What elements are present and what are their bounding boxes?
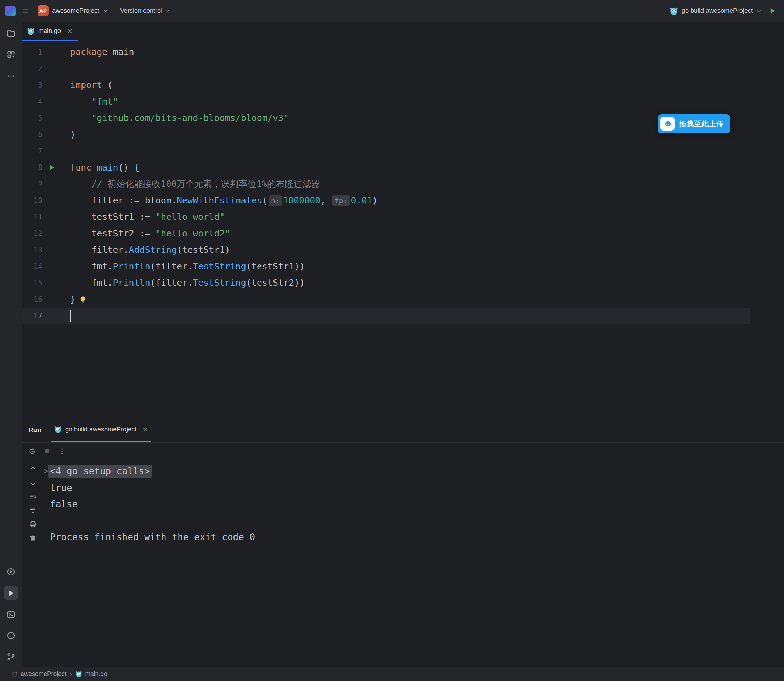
code-line[interactable]: 13 filter.AddString(testStr1): [22, 242, 750, 258]
gutter-space: [43, 308, 70, 325]
line-number: 3: [22, 77, 43, 93]
code-line[interactable]: 4 "fmt": [22, 93, 750, 110]
console-text: true: [50, 483, 72, 493]
run-config-selector[interactable]: go build awesomeProject: [670, 7, 762, 15]
editor-tab-bar: main.go ×: [22, 22, 784, 41]
clear-console-icon[interactable]: [29, 534, 37, 542]
sidebar-item-terminal[interactable]: [4, 607, 18, 621]
next-occurrence-icon[interactable]: [29, 479, 37, 487]
print-icon[interactable]: [29, 520, 37, 528]
stop-icon: [43, 447, 51, 456]
right-margin-guide: [750, 42, 750, 417]
console-body: ><4 go setup calls>truefalseProcess fini…: [22, 460, 784, 667]
vcs-widget[interactable]: Version control: [120, 7, 171, 14]
run-gutter-button[interactable]: [43, 160, 70, 176]
code-text: import (: [70, 77, 113, 93]
run-tool-window: Run go build awesomeProject ×: [22, 418, 784, 667]
code-text: testStr1 := "hello world": [70, 209, 225, 225]
line-number: 17: [22, 308, 43, 325]
gutter-space: [43, 110, 70, 127]
activity-bar: [0, 22, 22, 667]
line-number: 5: [22, 110, 43, 127]
gutter-space: [43, 61, 70, 77]
line-number: 6: [22, 127, 43, 143]
quickfix-bulb[interactable]: [79, 296, 87, 304]
code-line[interactable]: 12 testStr2 := "hello world2": [22, 225, 750, 242]
code-line[interactable]: 6): [22, 127, 750, 143]
console-more-button[interactable]: [56, 445, 68, 457]
console-folded-text: <4 go setup calls>: [48, 465, 152, 478]
sidebar-item-version-control[interactable]: [4, 650, 18, 664]
fold-expander-icon[interactable]: >: [43, 463, 48, 480]
code-text: fmt.Println(filter.TestString(testStr1)): [70, 258, 305, 275]
console-output[interactable]: ><4 go setup calls>truefalseProcess fini…: [43, 463, 784, 667]
upload-overlay[interactable]: 拖拽至此上传: [658, 114, 730, 133]
sidebar-item-problems[interactable]: [4, 629, 18, 643]
gutter-space: [43, 93, 70, 110]
tab-label: main.go: [38, 27, 61, 35]
gutter-space: [43, 258, 70, 275]
structure-icon: [6, 50, 16, 59]
breadcrumb-project[interactable]: awesomeProject: [12, 670, 66, 678]
stop-button[interactable]: [41, 445, 53, 457]
code-text: }: [70, 291, 87, 308]
run-button[interactable]: [767, 5, 778, 17]
run-tool-icon: [6, 589, 16, 598]
line-number: 14: [22, 258, 43, 275]
sidebar-item-run[interactable]: [4, 586, 18, 600]
line-number: 4: [22, 93, 43, 110]
run-play-icon: [768, 7, 776, 15]
breadcrumb-separator: ›: [70, 670, 72, 678]
prev-occurrence-icon[interactable]: [29, 465, 37, 473]
sidebar-item-project[interactable]: [4, 26, 18, 40]
code-editor[interactable]: 1package main23import (4 "fmt"5 "github.…: [22, 42, 750, 417]
code-line[interactable]: 3import (: [22, 77, 750, 93]
code-line[interactable]: 16}: [22, 291, 750, 308]
rerun-button[interactable]: [26, 445, 38, 457]
code-line[interactable]: 17: [22, 308, 750, 325]
line-number: 10: [22, 193, 43, 209]
code-text: filter := bloom.NewWithEstimates(n:10000…: [70, 193, 378, 209]
gutter-space: [43, 225, 70, 242]
code-line[interactable]: 7: [22, 143, 750, 160]
line-number: 15: [22, 275, 43, 291]
code-line[interactable]: 11 testStr1 := "hello world": [22, 209, 750, 225]
code-line[interactable]: 2: [22, 61, 750, 77]
code-line[interactable]: 14 fmt.Println(filter.TestString(testStr…: [22, 258, 750, 275]
code-text: "github.com/bits-and-blooms/bloom/v3": [70, 110, 289, 127]
line-number: 11: [22, 209, 43, 225]
breadcrumb-file[interactable]: main.go: [76, 670, 107, 678]
code-line[interactable]: 1package main: [22, 44, 750, 61]
code-line[interactable]: 8func main() {: [22, 160, 750, 176]
vcs-label: Version control: [120, 7, 162, 14]
code-text: filter.AddString(testStr1): [70, 242, 230, 258]
console-text: false: [50, 499, 77, 510]
sidebar-item-more-tools[interactable]: [4, 69, 18, 83]
line-number: 9: [22, 176, 43, 193]
main-menu-button[interactable]: [20, 5, 31, 17]
rerun-icon: [28, 447, 36, 456]
editor-tab-main-go[interactable]: main.go ×: [22, 22, 77, 41]
code-line[interactable]: 9 // 初始化能接收100万个元素，误判率位1%的布隆过滤器: [22, 176, 750, 193]
tab-close-icon[interactable]: ×: [67, 27, 72, 35]
goland-window: AP awesomeProject Version control go bui…: [0, 0, 784, 681]
breadcrumb-project-label: awesomeProject: [21, 670, 66, 678]
line-number: 16: [22, 291, 43, 308]
run-tab-close-icon[interactable]: ×: [143, 425, 148, 434]
code-line[interactable]: 15 fmt.Println(filter.TestString(testStr…: [22, 275, 750, 291]
run-tab-go-build[interactable]: go build awesomeProject ×: [51, 418, 151, 442]
scroll-to-end-icon[interactable]: [29, 507, 37, 515]
run-line-icon: [48, 164, 55, 171]
code-line[interactable]: 5 "github.com/bits-and-blooms/bloom/v3": [22, 110, 750, 127]
netdisk-icon: [660, 117, 675, 131]
sidebar-item-services[interactable]: [4, 565, 18, 579]
console-line: ><4 go setup calls>: [43, 463, 784, 480]
gopher-icon: [27, 27, 35, 35]
console-gutter: [22, 465, 44, 542]
soft-wrap-icon[interactable]: [29, 493, 37, 500]
sidebar-item-structure[interactable]: [4, 48, 18, 62]
project-widget[interactable]: AP awesomeProject: [35, 4, 110, 18]
folder-icon: [6, 29, 16, 38]
problems-icon: [6, 631, 16, 640]
code-line[interactable]: 10 filter := bloom.NewWithEstimates(n:10…: [22, 193, 750, 209]
